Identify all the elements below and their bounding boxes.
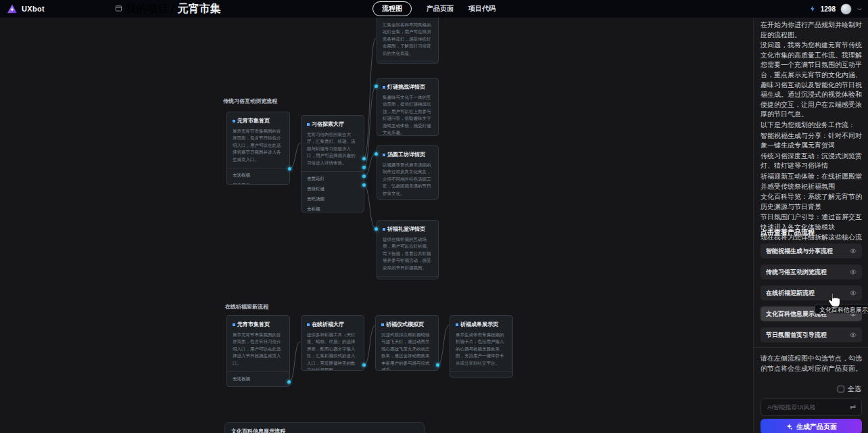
group-label-custom-browse: 传统习俗互动浏览流程	[223, 97, 277, 105]
node-action[interactable]: 探索习俗	[233, 179, 284, 185]
avatar[interactable]	[840, 3, 852, 15]
breadcrumb: 我的项目 / 元宵市集	[115, 2, 221, 16]
node-desc: 沉浸式模拟点燃祈福蜡烛与放飞天灯，通过动画呈现心愿放飞至九天的动态效果，通过全屏…	[381, 332, 433, 371]
node-lantern-detail[interactable]: 汇集全区各种不同风格的花灯全集，用户可在线浏览各种花灯，感受传统灯会氛围，了解赏…	[377, 18, 439, 64]
node-action[interactable]: 去赏花灯	[307, 172, 358, 182]
node-title: 元宵市集首页	[237, 117, 270, 124]
connector-dot[interactable]	[375, 85, 378, 88]
node-title: 祈福仪式模拟页	[386, 321, 424, 328]
generate-pages-button[interactable]: 生成产品页面	[761, 419, 862, 433]
node-action[interactable]: 去吃汤圆	[307, 192, 358, 202]
breadcrumb-separator: /	[172, 3, 174, 14]
tab-product-pages[interactable]: 产品页面	[427, 4, 454, 14]
eye-icon[interactable]	[850, 269, 857, 275]
eye-icon[interactable]	[850, 332, 857, 338]
tab-flowchart[interactable]: 流程图	[372, 1, 412, 16]
flow-button-custom-browse[interactable]: 传统习俗互动浏览流程	[761, 265, 862, 279]
node-desc: 展示元宵节市集氛围的首屏页面，包含节日特色介绍入口，用户可以在此选择切换节日氛围…	[233, 128, 284, 163]
node-desc: 以视频等形式展示汤圆的制作过程及其文化寓意，介绍不同地区特色汤圆工艺，弘扬团圆美…	[383, 162, 433, 197]
node-action[interactable]: 去送祝福	[233, 168, 284, 179]
select-all-label: 全选	[848, 384, 861, 394]
connector-dot[interactable]	[362, 166, 366, 169]
node-riddle-detail[interactable]: 灯谜挑战详情页 集趣味与文化于一体的互动页面，提供灯谜挑战玩法，用户可以在上面参…	[377, 78, 439, 136]
connector-dot[interactable]	[362, 157, 366, 160]
credits-count: 1298	[821, 5, 836, 13]
node-action[interactable]: 去猜灯谜	[307, 182, 358, 192]
node-blessing-result[interactable]: 祈福成果展示页 展示生成带有专属祝福的祈福卡片，包括用户输入的心愿与祝福主题效果…	[450, 315, 513, 378]
connector-dot[interactable]	[288, 167, 291, 170]
chevron-down-icon[interactable]	[857, 6, 863, 12]
node-tangyuan-detail[interactable]: 汤圆工坊详情页 以视频等形式展示汤圆的制作过程及其文化寓意，介绍不同地区特色汤圆…	[377, 145, 439, 200]
app-root: 传统习俗互动浏览流程 元宵市集首页 展示元宵节市集氛围的首屏页面，包含节日特色介…	[0, 0, 868, 433]
node-desc: 展示元宵节市集氛围的首屏页面，包含节日习俗介绍入口，用户可以在此选择进入节日祝福…	[233, 332, 284, 367]
select-all-control[interactable]: 全选	[838, 384, 861, 394]
group-label-online-blessing: 在线祈福迎新流程	[225, 303, 268, 311]
node-action[interactable]: 去祈福	[307, 202, 358, 212]
chat-workflow-item: 传统习俗深度互动：沉浸式浏览赏灯、猜灯谜等习俗详情	[761, 152, 862, 171]
node-desc: 集趣味与文化于一体的互动页面，提供灯谜挑战玩法，用户可以在上面参与灯谜问答，借助…	[383, 94, 433, 136]
connector-dot[interactable]	[362, 183, 366, 187]
node-marker-icon	[383, 86, 385, 89]
node-marker-icon	[307, 123, 310, 126]
assistant-panel: 在开始为你进行产品规划并绘制对应的流程图。 没问题，我将为您构建元宵节传统文化市…	[753, 18, 868, 433]
chat-workflow-item: 文化百科导览：系统了解元宵节的历史渊源与节日背景	[761, 192, 862, 212]
node-blessing-ritual[interactable]: 祈福仪式模拟页 沉浸式模拟点燃祈福蜡烛与放飞天灯，通过动画呈现心愿放飞至九天的动…	[375, 315, 439, 371]
flow-tooltip: 文化百科信息展示流程	[815, 304, 868, 314]
uxbot-logo-icon	[7, 4, 18, 14]
node-blessing-hall-detail[interactable]: 祈福礼堂详情页 提供在线祈福的互动场景，用户可以点灯祈福、写下祝福，查看公共祈福…	[377, 220, 439, 279]
flow-button-smart-blessing[interactable]: 智能祝福生成与分享流程	[761, 244, 862, 258]
eye-icon[interactable]	[850, 248, 857, 254]
node-custom-hall[interactable]: 习俗探索大厅 元宵习俗内容的聚合大厅，汇集赏灯、猜谜、汤圆与祈福等习俗版块入口，…	[301, 115, 364, 212]
node-footer-link[interactable]: 回首页	[456, 372, 507, 378]
sidebar-divider	[754, 347, 868, 348]
node-marker-icon	[233, 323, 235, 326]
node-desc: 提供在线祈福的互动场景，用户可以点灯祈福、写下祝福，查看公共祈福墙并参与祈福活动…	[383, 236, 433, 271]
node-title: 元宵市集首页	[237, 321, 270, 328]
node-marker-icon	[233, 120, 235, 122]
node-title: 在线祈福大厅	[312, 321, 344, 328]
brand-name: UXbot	[22, 5, 45, 13]
flow-button-online-blessing[interactable]: 在线祈福迎新流程	[761, 286, 862, 300]
node-footer-link[interactable]: 返回大厅	[383, 277, 433, 279]
bolt-icon	[809, 5, 816, 13]
chat-paragraph: 在开始为你进行产品规划并绘制对应的流程图。	[761, 20, 862, 40]
group-box-culture-wiki: 文化百科信息展示流程	[224, 422, 425, 433]
select-all-checkbox[interactable]	[838, 386, 844, 392]
connector-dot[interactable]	[375, 152, 378, 156]
connector-dot[interactable]	[362, 175, 366, 178]
ui-style-input[interactable]	[761, 398, 862, 416]
node-action[interactable]: 探索习俗	[233, 382, 284, 387]
view-tabs: 流程图 产品页面 项目代码	[372, 0, 496, 18]
node-title: 祈福成果展示页	[460, 321, 498, 328]
breadcrumb-project[interactable]: 我的项目	[125, 3, 168, 14]
chat-paragraph: 以下是为您规划的业务工作流：	[761, 120, 862, 131]
connector-dot[interactable]	[362, 363, 366, 367]
node-market-home-2[interactable]: 元宵市集首页 展示元宵节市集氛围的首屏页面，包含节日习俗介绍入口，用户可以在此选…	[226, 315, 290, 387]
group-label-culture-wiki: 文化百科信息展示流程	[231, 428, 285, 433]
node-market-home[interactable]: 元宵市集首页 展示元宵节市集氛围的首屏页面，包含节日特色介绍入口，用户可以在此选…	[226, 112, 290, 185]
generate-hint: 请在左侧流程图中勾选节点，勾选的节点将会生成对应的产品页面。	[761, 353, 862, 373]
tab-project-code[interactable]: 项目代码	[468, 4, 496, 14]
chat-workflow-item: 祈福迎新互动体验：在线祈愿殿堂并感受传统祭祀祈福氛围	[761, 172, 862, 191]
node-footer-link[interactable]: 返回大厅	[383, 62, 433, 64]
node-action[interactable]: 去送祝福	[233, 372, 284, 382]
chat-paragraph: 没问题，我将为您构建元宵节传统文化市集的高质量工作流。我理解您需要一个充满节日氛…	[761, 41, 862, 120]
flows-header: 点击查看产品流程	[761, 228, 815, 237]
node-title: 灯谜挑战详情页	[387, 83, 425, 91]
sparkle-icon	[786, 423, 793, 430]
eye-icon[interactable]	[850, 290, 857, 296]
topbar: UXbot 我的项目 / 元宵市集 流程图 产品页面 项目代码 1298	[0, 0, 868, 18]
topbar-right: 1298	[809, 0, 863, 18]
flowchart-canvas[interactable]: 传统习俗互动浏览流程 元宵市集首页 展示元宵节市集氛围的首屏页面，包含节日特色介…	[0, 18, 753, 433]
node-marker-icon	[381, 323, 384, 326]
node-title: 汤圆工坊详情页	[387, 151, 425, 158]
flow-button-festival-home[interactable]: 节日氛围首页引导流程	[761, 327, 862, 342]
connector-dot[interactable]	[436, 363, 439, 367]
connector-dot[interactable]	[375, 227, 378, 231]
node-title: 祈福礼堂详情页	[387, 225, 425, 233]
connector-dot[interactable]	[287, 380, 291, 384]
brand[interactable]: UXbot	[0, 4, 115, 14]
node-blessing-lobby[interactable]: 在线祈福大厅 提供多种祈福工具（天灯笼、蜡烛、许愿）的选择界面，配有心愿文字输入…	[301, 315, 364, 371]
node-title: 习俗探索大厅	[312, 120, 344, 128]
node-desc: 展示生成带有专属祝福的祈福卡片，包括用户输入的心愿与祝福主题效果图，支持用户一键…	[456, 332, 507, 367]
